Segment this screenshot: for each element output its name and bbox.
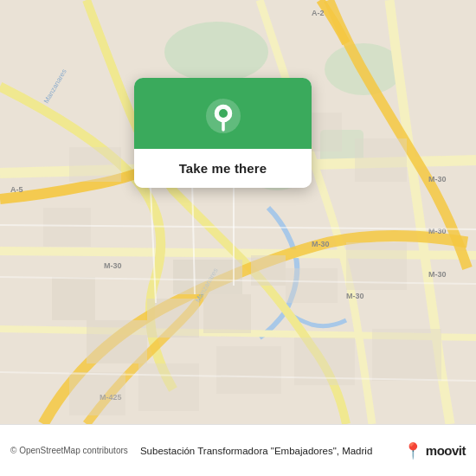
map-container: A-5 M-30 M-30 M-30 M-30 M-425 M-30 M-30 …	[0, 0, 476, 424]
moovit-logo: 📍 moovit	[384, 441, 466, 460]
svg-text:M-30: M-30	[428, 227, 447, 235]
svg-text:M-30: M-30	[104, 261, 122, 270]
svg-rect-22	[203, 294, 251, 333]
svg-rect-32	[43, 208, 91, 247]
svg-rect-27	[355, 138, 407, 182]
svg-text:A-2: A-2	[312, 9, 325, 17]
svg-text:M-30: M-30	[312, 240, 330, 248]
map-attribution: © OpenStreetMap contributors	[10, 446, 128, 455]
svg-rect-37	[372, 329, 441, 381]
location-pin-icon	[204, 97, 242, 135]
svg-rect-31	[69, 147, 121, 182]
svg-rect-35	[216, 346, 281, 394]
svg-rect-19	[173, 260, 242, 294]
bottom-bar: © OpenStreetMap contributors Subestación…	[0, 424, 476, 476]
svg-rect-34	[138, 363, 199, 411]
svg-point-47	[219, 109, 228, 118]
location-card: Take me there	[134, 78, 312, 188]
svg-text:A-5: A-5	[10, 185, 23, 194]
svg-rect-24	[52, 277, 95, 320]
map-background: A-5 M-30 M-30 M-30 M-30 M-425 M-30 M-30 …	[0, 0, 476, 424]
svg-text:M-30: M-30	[428, 175, 447, 183]
moovit-pin-icon: 📍	[403, 441, 422, 460]
svg-rect-25	[286, 268, 338, 303]
place-name: Subestación Transformadora "Embajadores"…	[135, 446, 378, 456]
svg-rect-33	[69, 372, 125, 415]
svg-point-2	[164, 22, 268, 82]
svg-rect-21	[147, 299, 199, 338]
svg-rect-23	[87, 320, 147, 363]
svg-text:M-30: M-30	[346, 292, 364, 300]
svg-text:M-30: M-30	[428, 270, 447, 279]
take-me-there-button[interactable]: Take me there	[134, 149, 312, 188]
card-header	[134, 78, 312, 149]
moovit-brand-text: moovit	[426, 443, 466, 458]
